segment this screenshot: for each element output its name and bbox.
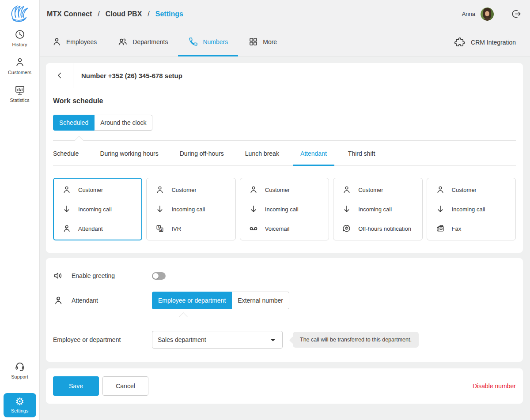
flow-step-label: Incoming call bbox=[78, 206, 112, 213]
cancel-button[interactable]: Cancel bbox=[102, 376, 148, 396]
sidebar-item-label: Customers bbox=[8, 70, 31, 75]
chevron-down-icon bbox=[269, 336, 277, 344]
puzzle-icon bbox=[454, 37, 466, 48]
flow-step-label: Customer bbox=[358, 187, 383, 193]
attendant-type-row: Attendant Employee or department Externa… bbox=[53, 292, 516, 309]
breadcrumb-mtx-connect[interactable]: MTX Connect bbox=[47, 10, 92, 18]
flow-card-ivr[interactable]: Customer Incoming call bbox=[146, 178, 235, 240]
company-logo[interactable] bbox=[8, 4, 32, 24]
main-content: Number +352 (26) 345-678 setup Work sche… bbox=[40, 56, 530, 420]
back-button[interactable] bbox=[46, 63, 73, 88]
flow-step-label: Off-hours notification bbox=[358, 225, 411, 232]
attendant-settings-card: Enable greeting Attendant bbox=[46, 258, 523, 362]
tab-label: More bbox=[263, 38, 277, 45]
fax-icon bbox=[435, 224, 445, 233]
logout-button[interactable] bbox=[502, 0, 530, 28]
disable-number-link[interactable]: Disable number bbox=[473, 382, 516, 390]
around-the-clock-button[interactable]: Around the clock bbox=[95, 115, 152, 131]
flow-step: Incoming call bbox=[249, 204, 320, 214]
customer-icon bbox=[155, 185, 165, 195]
top-header: MTX Connect / Cloud PBX / Settings Anna bbox=[40, 0, 530, 28]
flow-step-label: Voicemail bbox=[265, 225, 290, 232]
flow-step-label: Attendant bbox=[78, 225, 103, 232]
save-button[interactable]: Save bbox=[53, 376, 99, 396]
sidebar-item-customers[interactable]: Customers bbox=[0, 56, 39, 75]
greeting-label: Enable greeting bbox=[72, 272, 115, 279]
setup-header: Number +352 (26) 345-678 setup bbox=[46, 63, 523, 88]
actions-card: Save Cancel Disable number bbox=[46, 368, 523, 404]
chevron-left-icon bbox=[55, 71, 64, 80]
flow-card-fax[interactable]: Customer Incoming call bbox=[427, 178, 516, 240]
sidebar-item-label: Settings bbox=[11, 408, 29, 413]
external-number-button[interactable]: External number bbox=[232, 292, 289, 309]
tab-schedule[interactable]: Schedule bbox=[53, 141, 86, 166]
customer-icon bbox=[249, 185, 258, 195]
breadcrumb-separator: / bbox=[148, 10, 149, 18]
flow-card-attendant[interactable]: Customer Incoming call bbox=[53, 178, 142, 240]
tab-more[interactable]: More bbox=[238, 28, 287, 56]
sidebar-item-history[interactable]: History bbox=[0, 29, 39, 47]
greeting-row: Enable greeting bbox=[53, 270, 516, 281]
grid-icon bbox=[248, 37, 258, 47]
avatar[interactable] bbox=[481, 8, 494, 21]
history-icon bbox=[14, 29, 26, 40]
sidebar-item-settings-active[interactable]: ⚙ Settings bbox=[4, 393, 36, 417]
flow-step-label: IVR bbox=[171, 225, 181, 232]
flow-step-label: Incoming call bbox=[452, 206, 485, 213]
logout-icon bbox=[511, 8, 522, 19]
schedule-tabs: Schedule During working hours During off… bbox=[53, 141, 516, 166]
flow-step: 1 2 IVR bbox=[155, 224, 227, 233]
department-selected-value: Sales department bbox=[158, 336, 269, 343]
flow-card-voicemail[interactable]: Customer Incoming call bbox=[240, 178, 329, 240]
tab-departments[interactable]: Departments bbox=[107, 28, 178, 56]
breadcrumb: MTX Connect / Cloud PBX / Settings bbox=[40, 10, 183, 18]
customer-icon bbox=[62, 185, 72, 195]
svg-text:2: 2 bbox=[160, 228, 162, 232]
headset-icon bbox=[14, 361, 26, 372]
sidebar-item-label: History bbox=[12, 42, 27, 47]
crm-integration-button[interactable]: CRM Integration bbox=[440, 28, 530, 56]
crm-label: CRM Integration bbox=[471, 39, 516, 46]
tab-attendant[interactable]: Attendant bbox=[293, 141, 334, 166]
person-icon bbox=[14, 56, 26, 68]
section-nav: Employees Departments Numbers bbox=[40, 28, 530, 56]
phone-icon bbox=[188, 37, 198, 47]
logo-swirl-icon bbox=[8, 4, 32, 24]
flow-step: Customer bbox=[155, 185, 227, 195]
sidebar-item-statistics[interactable]: Statistics bbox=[0, 84, 39, 103]
department-row: Employee or department Sales department … bbox=[53, 331, 516, 349]
nav-spacer bbox=[287, 28, 440, 56]
incoming-call-icon bbox=[435, 204, 445, 214]
flow-card-off-hours-notification[interactable]: Customer Incoming call bbox=[333, 178, 422, 240]
attendant-divider-notch bbox=[179, 312, 188, 321]
attendant-type-toggle: Employee or department External number bbox=[152, 292, 289, 309]
tab-lunch-break[interactable]: Lunch break bbox=[238, 141, 287, 166]
tab-numbers[interactable]: Numbers bbox=[178, 28, 238, 56]
tab-during-off-hours[interactable]: During off-hours bbox=[172, 141, 231, 166]
greeting-toggle[interactable] bbox=[152, 272, 166, 280]
mode-divider bbox=[53, 140, 516, 141]
sidebar-item-support[interactable]: Support bbox=[0, 361, 39, 379]
off-hours-notification-icon: z bbox=[342, 224, 352, 233]
breadcrumb-settings[interactable]: Settings bbox=[155, 10, 183, 18]
schedule-mode-toggle: Scheduled Around the clock bbox=[53, 115, 152, 131]
attendant-icon bbox=[62, 224, 72, 233]
attendant-icon bbox=[53, 295, 64, 306]
tab-employees[interactable]: Employees bbox=[40, 28, 107, 56]
toggle-knob bbox=[153, 273, 159, 279]
breadcrumb-cloud-pbx[interactable]: Cloud PBX bbox=[106, 10, 142, 18]
customer-icon bbox=[342, 185, 352, 195]
tab-label: Departments bbox=[132, 38, 168, 45]
flow-step-label: Customer bbox=[452, 187, 477, 193]
flow-step: Customer bbox=[249, 185, 320, 195]
employee-or-department-button[interactable]: Employee or department bbox=[152, 292, 232, 309]
breadcrumb-separator: / bbox=[98, 10, 99, 18]
department-select[interactable]: Sales department bbox=[152, 331, 283, 349]
page-title: Number +352 (26) 345-678 setup bbox=[73, 63, 182, 88]
flow-step: Fax bbox=[435, 224, 507, 233]
tab-third-shift[interactable]: Third shift bbox=[341, 141, 382, 166]
scheduled-button[interactable]: Scheduled bbox=[53, 115, 95, 131]
speaker-icon bbox=[53, 270, 64, 281]
incoming-call-icon bbox=[249, 204, 258, 214]
tab-during-working-hours[interactable]: During working hours bbox=[92, 141, 166, 166]
